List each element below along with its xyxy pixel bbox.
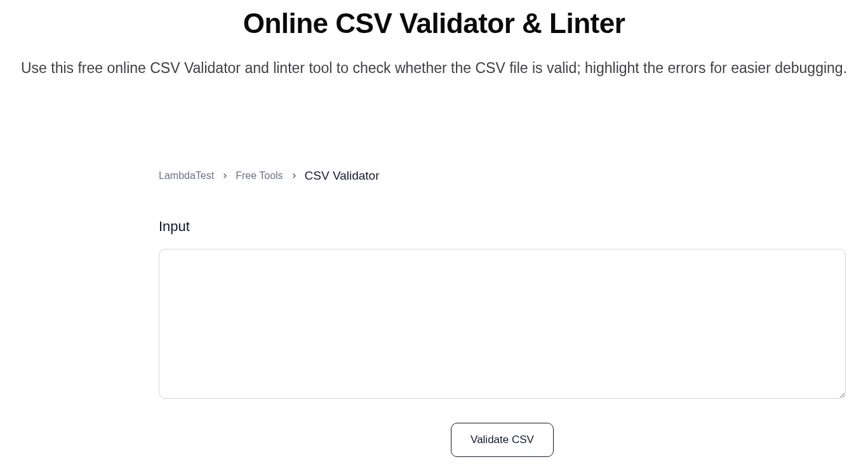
breadcrumb-link-free-tools[interactable]: Free Tools	[236, 170, 283, 182]
side-panel-edge	[0, 235, 104, 471]
chevron-right-icon	[220, 171, 229, 180]
validate-csv-button[interactable]: Validate CSV	[451, 423, 554, 457]
breadcrumb-current: CSV Validator	[305, 169, 380, 183]
input-label: Input	[159, 218, 846, 235]
csv-input[interactable]	[159, 249, 846, 399]
breadcrumb: LambdaTest Free Tools CSV Validator	[159, 169, 846, 183]
page-title: Online CSV Validator & Linter	[0, 8, 868, 39]
page-subtitle: Use this free online CSV Validator and l…	[0, 57, 868, 80]
chevron-right-icon	[290, 171, 298, 180]
breadcrumb-link-lambdatest[interactable]: LambdaTest	[159, 170, 214, 182]
